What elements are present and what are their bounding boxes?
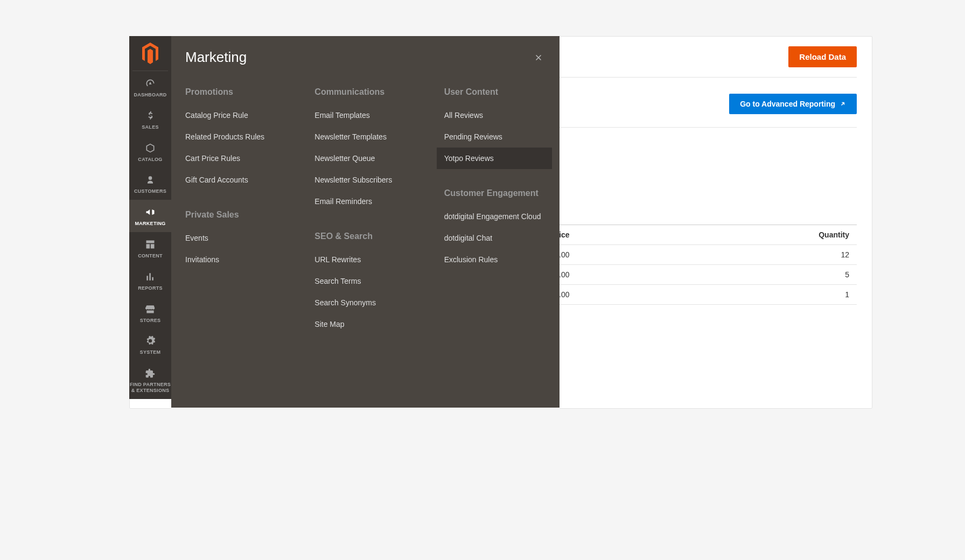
reload-data-button[interactable]: Reload Data — [788, 46, 857, 67]
puzzle-icon — [144, 367, 156, 379]
flyout-item-exclusion-rules[interactable]: Exclusion Rules — [437, 249, 552, 270]
magento-logo[interactable] — [132, 36, 168, 71]
flyout-group-communications: Communications — [314, 83, 422, 104]
flyout-group-customer-engagement: Customer Engagement — [444, 184, 552, 206]
close-icon[interactable] — [532, 51, 546, 65]
nav-sales[interactable]: SALES — [129, 103, 171, 136]
flyout-item-pending-reviews[interactable]: Pending Reviews — [437, 126, 552, 148]
nav-dashboard[interactable]: DASHBOARD — [129, 71, 171, 103]
flyout-item-newsletter-templates[interactable]: Newsletter Templates — [307, 126, 422, 148]
flyout-item-catalog-price-rule[interactable]: Catalog Price Rule — [178, 104, 293, 126]
flyout-item-search-synonyms[interactable]: Search Synonyms — [307, 292, 422, 313]
storefront-icon — [144, 303, 156, 315]
advanced-reporting-button-label: Go to Advanced Reporting — [740, 100, 835, 108]
flyout-item-gift-card-accounts[interactable]: Gift Card Accounts — [178, 169, 293, 191]
marketing-flyout: Marketing PromotionsCatalog Price RuleRe… — [171, 36, 560, 408]
flyout-item-dotdigital-chat[interactable]: dotdigital Chat — [437, 227, 552, 249]
flyout-item-newsletter-subscribers[interactable]: Newsletter Subscribers — [307, 169, 422, 191]
flyout-item-related-products-rules[interactable]: Related Products Rules — [178, 126, 293, 148]
layout-icon — [144, 239, 156, 250]
megaphone-icon — [144, 206, 156, 218]
flyout-group-promotions: Promotions — [185, 83, 293, 104]
external-link-icon — [840, 101, 846, 107]
nav-customers[interactable]: CUSTOMERS — [129, 167, 171, 200]
advanced-reporting-button[interactable]: Go to Advanced Reporting — [729, 94, 857, 114]
flyout-item-email-reminders[interactable]: Email Reminders — [307, 191, 422, 212]
flyout-group-user-content: User Content — [444, 83, 552, 104]
flyout-item-site-map[interactable]: Site Map — [307, 313, 422, 335]
gear-icon — [144, 335, 156, 347]
dollar-icon — [144, 110, 156, 122]
cube-icon — [144, 142, 156, 154]
nav-content[interactable]: CONTENT — [129, 232, 171, 264]
admin-sidebar: DASHBOARDSALESCATALOGCUSTOMERSMARKETINGC… — [129, 36, 171, 399]
flyout-item-email-templates[interactable]: Email Templates — [307, 104, 422, 126]
person-icon — [144, 174, 156, 186]
nav-catalog[interactable]: CATALOG — [129, 136, 171, 168]
flyout-item-url-rewrites[interactable]: URL Rewrites — [307, 249, 422, 270]
flyout-item-cart-price-rules[interactable]: Cart Price Rules — [178, 148, 293, 169]
flyout-item-yotpo-reviews[interactable]: Yotpo Reviews — [437, 148, 552, 169]
flyout-item-all-reviews[interactable]: All Reviews — [437, 104, 552, 126]
flyout-group-seo-search: SEO & Search — [314, 227, 422, 249]
nav-stores[interactable]: STORES — [129, 297, 171, 329]
flyout-item-invitations[interactable]: Invitations — [178, 249, 293, 270]
th-quantity[interactable]: Quantity — [577, 225, 857, 245]
bars-icon — [144, 271, 156, 283]
nav-reports[interactable]: REPORTS — [129, 264, 171, 297]
nav-system[interactable]: SYSTEM — [129, 328, 171, 361]
gauge-icon — [144, 78, 156, 89]
flyout-item-dotdigital-engagement-cloud[interactable]: dotdigital Engagement Cloud — [437, 206, 552, 227]
flyout-item-newsletter-queue[interactable]: Newsletter Queue — [307, 148, 422, 169]
nav-marketing[interactable]: MARKETING — [129, 200, 171, 232]
flyout-item-events[interactable]: Events — [178, 227, 293, 249]
nav-find-partners-extensions[interactable]: FIND PARTNERS& EXTENSIONS — [129, 361, 171, 399]
flyout-title: Marketing — [185, 49, 532, 66]
flyout-group-private-sales: Private Sales — [185, 206, 293, 227]
flyout-item-search-terms[interactable]: Search Terms — [307, 270, 422, 292]
